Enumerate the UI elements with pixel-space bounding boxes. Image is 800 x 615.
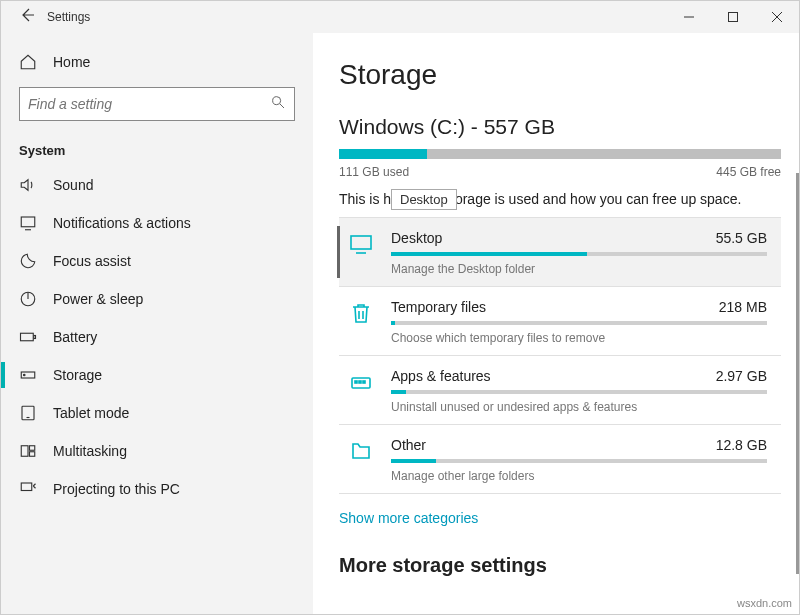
drive-free-label: 445 GB free bbox=[716, 165, 781, 179]
tooltip: Desktop bbox=[391, 189, 457, 210]
category-sub: Choose which temporary files to remove bbox=[391, 331, 767, 345]
sidebar-item-label: Home bbox=[53, 54, 90, 70]
svg-rect-24 bbox=[363, 381, 365, 383]
sidebar-item-label: Sound bbox=[53, 177, 93, 193]
close-button[interactable] bbox=[755, 1, 799, 33]
category-name: Other bbox=[391, 437, 426, 453]
svg-rect-22 bbox=[355, 381, 357, 383]
sidebar-item-label: Focus assist bbox=[53, 253, 131, 269]
drive-used-label: 111 GB used bbox=[339, 165, 409, 179]
sidebar-item-storage[interactable]: Storage bbox=[1, 356, 313, 394]
sidebar-item-projecting[interactable]: Projecting to this PC bbox=[1, 470, 313, 508]
battery-icon bbox=[19, 328, 37, 346]
category-size: 55.5 GB bbox=[716, 230, 767, 246]
watermark: wsxdn.com bbox=[737, 597, 792, 609]
maximize-button[interactable] bbox=[711, 1, 755, 33]
more-storage-settings-heading: More storage settings bbox=[339, 554, 781, 587]
svg-rect-1 bbox=[729, 13, 738, 22]
sidebar-item-label: Multitasking bbox=[53, 443, 127, 459]
page-title: Storage bbox=[339, 59, 781, 91]
category-apps-features[interactable]: Apps & features2.97 GB Uninstall unused … bbox=[339, 356, 781, 425]
category-size: 12.8 GB bbox=[716, 437, 767, 453]
apps-icon bbox=[349, 370, 373, 394]
back-button[interactable] bbox=[19, 7, 35, 28]
category-desktop[interactable]: Desktop55.5 GB Manage the Desktop folder bbox=[339, 218, 781, 287]
folder-icon bbox=[349, 439, 373, 463]
sidebar: Home System Sound Notifications & action… bbox=[1, 33, 313, 614]
category-name: Desktop bbox=[391, 230, 442, 246]
notifications-icon bbox=[19, 214, 37, 232]
category-other[interactable]: Other12.8 GB Manage other large folders bbox=[339, 425, 781, 494]
category-size: 2.97 GB bbox=[716, 368, 767, 384]
svg-line-5 bbox=[280, 104, 284, 108]
svg-point-12 bbox=[24, 374, 26, 376]
speaker-icon bbox=[19, 176, 37, 194]
sidebar-item-label: Battery bbox=[53, 329, 97, 345]
sidebar-item-label: Power & sleep bbox=[53, 291, 143, 307]
titlebar: Settings bbox=[1, 1, 799, 33]
sidebar-item-label: Projecting to this PC bbox=[53, 481, 180, 497]
moon-icon bbox=[19, 252, 37, 270]
search-icon bbox=[270, 94, 286, 114]
svg-point-4 bbox=[273, 97, 281, 105]
sidebar-item-sound[interactable]: Sound bbox=[1, 166, 313, 204]
sidebar-item-home[interactable]: Home bbox=[1, 43, 313, 81]
tablet-icon bbox=[19, 404, 37, 422]
drive-title: Windows (C:) - 557 GB bbox=[339, 115, 781, 139]
svg-rect-17 bbox=[30, 452, 35, 457]
sidebar-section-label: System bbox=[1, 133, 313, 166]
sidebar-item-multitasking[interactable]: Multitasking bbox=[1, 432, 313, 470]
svg-rect-9 bbox=[21, 333, 34, 341]
category-name: Apps & features bbox=[391, 368, 491, 384]
category-name: Temporary files bbox=[391, 299, 486, 315]
svg-rect-23 bbox=[359, 381, 361, 383]
search-field[interactable] bbox=[28, 96, 270, 112]
main-panel: Storage Windows (C:) - 557 GB 111 GB use… bbox=[313, 33, 799, 614]
sidebar-item-label: Storage bbox=[53, 367, 102, 383]
storage-description: This is how your storage is used and how… bbox=[339, 191, 781, 207]
window-title: Settings bbox=[47, 10, 90, 24]
trash-icon bbox=[349, 301, 373, 325]
sidebar-item-label: Tablet mode bbox=[53, 405, 129, 421]
projecting-icon bbox=[19, 480, 37, 498]
sidebar-item-focus-assist[interactable]: Focus assist bbox=[1, 242, 313, 280]
category-size: 218 MB bbox=[719, 299, 767, 315]
drive-usage-bar bbox=[339, 149, 781, 159]
svg-rect-6 bbox=[21, 217, 35, 227]
scrollbar[interactable] bbox=[796, 173, 799, 574]
category-sub: Uninstall unused or undesired apps & fea… bbox=[391, 400, 767, 414]
settings-window: Settings Home System Sound bbox=[0, 0, 800, 615]
power-icon bbox=[19, 290, 37, 308]
sidebar-item-power-sleep[interactable]: Power & sleep bbox=[1, 280, 313, 318]
svg-rect-16 bbox=[30, 446, 35, 451]
search-input[interactable] bbox=[19, 87, 295, 121]
minimize-button[interactable] bbox=[667, 1, 711, 33]
svg-rect-19 bbox=[351, 236, 371, 249]
storage-icon bbox=[19, 366, 37, 384]
svg-rect-15 bbox=[21, 446, 28, 457]
category-sub: Manage the Desktop folder bbox=[391, 262, 767, 276]
multitasking-icon bbox=[19, 442, 37, 460]
category-temporary-files[interactable]: Temporary files218 MB Choose which tempo… bbox=[339, 287, 781, 356]
show-more-categories-link[interactable]: Show more categories bbox=[339, 494, 781, 554]
home-icon bbox=[19, 53, 37, 71]
drive-usage-fill bbox=[339, 149, 427, 159]
sidebar-item-label: Notifications & actions bbox=[53, 215, 191, 231]
svg-rect-10 bbox=[34, 336, 36, 339]
sidebar-item-battery[interactable]: Battery bbox=[1, 318, 313, 356]
category-sub: Manage other large folders bbox=[391, 469, 767, 483]
desktop-icon bbox=[349, 232, 373, 256]
storage-categories: Desktop55.5 GB Manage the Desktop folder… bbox=[339, 217, 781, 494]
sidebar-item-tablet-mode[interactable]: Tablet mode bbox=[1, 394, 313, 432]
arrow-left-icon bbox=[19, 7, 35, 23]
svg-rect-18 bbox=[21, 483, 32, 491]
sidebar-item-notifications[interactable]: Notifications & actions bbox=[1, 204, 313, 242]
